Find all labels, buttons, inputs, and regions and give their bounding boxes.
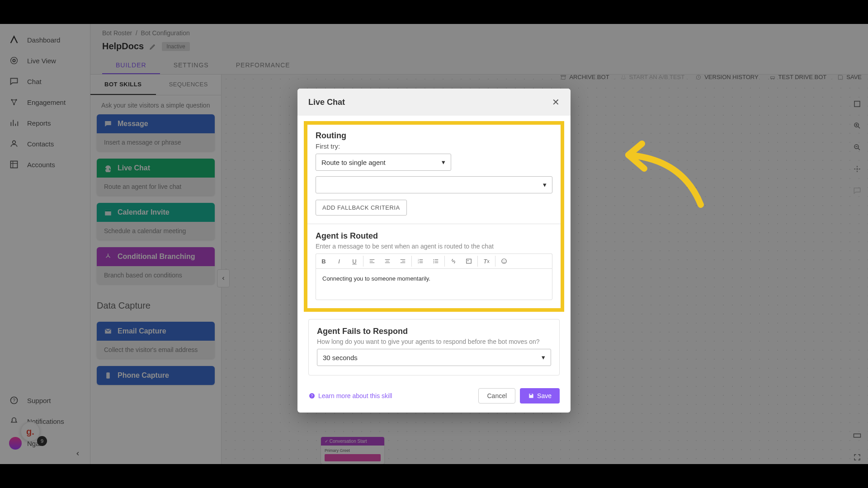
agent-routed-hint: Enter a message to be sent when an agent… bbox=[316, 243, 552, 250]
chevron-down-icon: ▾ bbox=[442, 158, 445, 166]
image-icon[interactable] bbox=[461, 254, 476, 268]
svg-rect-37 bbox=[530, 394, 532, 395]
route-select[interactable]: Route to single agent ▾ bbox=[316, 154, 451, 171]
modal-title: Live Chat bbox=[308, 98, 345, 107]
close-icon[interactable]: ✕ bbox=[552, 97, 560, 108]
chevron-down-icon: ▾ bbox=[543, 181, 547, 189]
first-try-label: First try: bbox=[316, 142, 552, 150]
agent-fails-section: Agent Fails to Respond How long do you w… bbox=[308, 319, 560, 375]
svg-point-29 bbox=[433, 263, 434, 263]
bold-icon[interactable]: B bbox=[316, 254, 331, 268]
svg-point-33 bbox=[503, 260, 504, 261]
cancel-button[interactable]: Cancel bbox=[478, 388, 515, 404]
rte-toolbar: B I U 123 Tx bbox=[316, 253, 552, 268]
rte-editor[interactable]: Connecting you to someone momentarily. bbox=[316, 268, 552, 300]
svg-point-27 bbox=[433, 259, 434, 260]
align-right-icon[interactable] bbox=[395, 254, 410, 268]
align-center-icon[interactable] bbox=[380, 254, 395, 268]
align-left-icon[interactable] bbox=[364, 254, 380, 268]
fails-heading: Agent Fails to Respond bbox=[317, 327, 551, 336]
svg-point-31 bbox=[467, 260, 468, 261]
save-modal-button[interactable]: Save bbox=[520, 388, 560, 404]
add-fallback-button[interactable]: ADD FALLBACK CRITERIA bbox=[316, 200, 407, 216]
agent-routed-heading: Agent is Routed bbox=[316, 231, 552, 241]
ordered-list-icon[interactable]: 123 bbox=[413, 254, 428, 268]
timeout-select[interactable]: 30 seconds ▾ bbox=[317, 349, 551, 366]
bullet-list-icon[interactable] bbox=[428, 254, 443, 268]
underline-icon[interactable]: U bbox=[347, 254, 362, 268]
agent-select[interactable]: ▾ bbox=[316, 176, 552, 193]
svg-rect-30 bbox=[467, 259, 472, 263]
routing-highlight-box: Routing First try: Route to single agent… bbox=[304, 121, 564, 312]
link-icon[interactable] bbox=[446, 254, 461, 268]
svg-point-34 bbox=[505, 260, 505, 261]
svg-point-28 bbox=[433, 261, 434, 262]
emoji-icon[interactable] bbox=[496, 254, 512, 268]
fails-hint: How long do you want to give your agents… bbox=[317, 338, 551, 345]
svg-point-32 bbox=[502, 259, 507, 264]
svg-text:3: 3 bbox=[418, 262, 419, 264]
clear-format-icon[interactable]: Tx bbox=[479, 254, 494, 268]
svg-text:?: ? bbox=[311, 394, 313, 398]
learn-more-link[interactable]: ? Learn more about this skill bbox=[308, 392, 392, 399]
routing-heading: Routing bbox=[316, 131, 552, 141]
chevron-down-icon: ▾ bbox=[542, 353, 545, 361]
italic-icon[interactable]: I bbox=[331, 254, 347, 268]
live-chat-modal: Live Chat ✕ Routing First try: Route to … bbox=[297, 89, 571, 413]
